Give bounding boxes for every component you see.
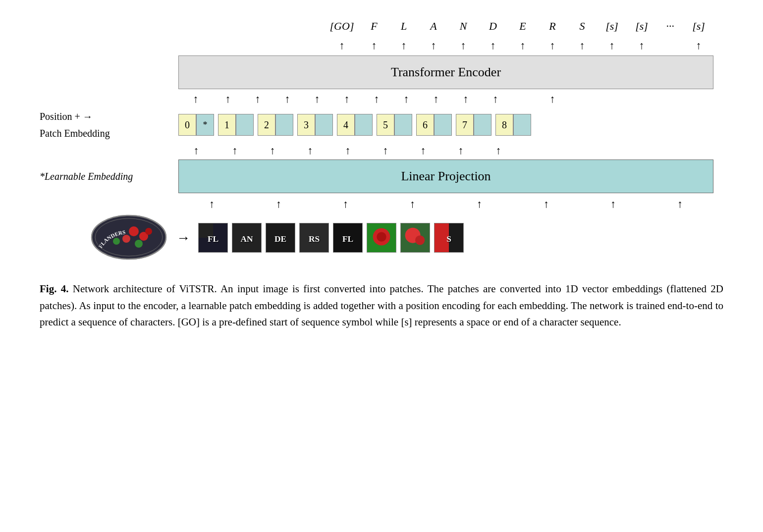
arrow4-3: ↑ (329, 198, 363, 211)
arrow4-5: ↑ (463, 198, 496, 211)
patch-cell-6: 6 (416, 114, 452, 136)
caption-text: Network architecture of ViTSTR. An input… (40, 283, 723, 328)
patch-cell-1: 1 (218, 114, 254, 136)
svg-point-26 (415, 235, 425, 245)
arrow3-1: ↑ (218, 144, 252, 157)
svg-point-6 (145, 228, 152, 235)
patch-cell-8: 8 (495, 114, 531, 136)
position-label: Position + → (40, 109, 93, 124)
output-tokens-row: [GO] F L A N D E R S [s] [s] ··· [s] (40, 20, 723, 33)
main-image: FLANDERS (89, 214, 168, 261)
cell-teal-3 (315, 114, 333, 136)
embedding-row: Position + → Patch Embedding 0 * 1 2 (40, 109, 723, 141)
patch-img-2: DE (266, 223, 295, 253)
arrow3-0: ↑ (178, 144, 214, 157)
arrow-r (538, 39, 567, 52)
patch-cell-7: 7 (456, 114, 491, 136)
patch-img-5 (367, 223, 396, 253)
token-d: D (478, 20, 508, 33)
cell-yellow-1: 1 (218, 114, 236, 136)
patch-cell-2: 2 (258, 114, 293, 136)
svg-text:AN: AN (240, 233, 253, 243)
arrow2-s1 (451, 93, 481, 106)
cell-yellow-7: 7 (456, 114, 474, 136)
arrow-right-to-patches: → (176, 230, 190, 246)
arrow2-go (178, 93, 213, 106)
arrow-a (419, 39, 448, 52)
arrows-row4-cells: ↑ ↑ ↑ ↑ ↑ ↑ ↑ ↑ (178, 198, 713, 211)
arrow2-e (362, 93, 391, 106)
cell-yellow-6: 6 (416, 114, 434, 136)
diagram-area: [GO] F L A N D E R S [s] [s] ··· [s] Tra… (40, 20, 723, 261)
cell-yellow-5: 5 (377, 114, 394, 136)
arrow3-3: ↑ (293, 144, 327, 157)
token-r: R (538, 20, 567, 33)
token-sn: [s] (684, 20, 713, 33)
transformer-label: Transformer Encoder (391, 65, 501, 79)
cell-yellow-4: 4 (337, 114, 355, 136)
patch-cell-4: 4 (337, 114, 373, 136)
token-n: N (448, 20, 478, 33)
token-s: S (567, 20, 597, 33)
token-go: [GO] (325, 20, 359, 33)
embedding-labels: Position + → Patch Embedding (40, 109, 178, 141)
arrow2-a (272, 93, 302, 106)
arrow-go (325, 39, 359, 52)
arrow4-6: ↑ (530, 198, 563, 211)
arrow-d (478, 39, 508, 52)
cell-yellow-3: 3 (297, 114, 315, 136)
svg-text:RS: RS (309, 233, 320, 243)
arrow3-4: ↑ (331, 144, 365, 157)
transformer-encoder-box: Transformer Encoder (178, 55, 713, 89)
svg-text:FL: FL (342, 233, 353, 243)
arrow2-sn (538, 93, 567, 106)
arrow2-l (243, 93, 272, 106)
patch-cell-5: 5 (377, 114, 412, 136)
arrow2-f (213, 93, 243, 106)
patch-img-1: AN (232, 223, 262, 253)
arrow-e (508, 39, 538, 52)
linear-projection-box: Linear Projection (178, 160, 713, 193)
token-ellipsis: ··· (656, 20, 684, 33)
arrow2-n (302, 93, 332, 106)
patch-img-6 (400, 223, 430, 253)
svg-point-5 (135, 240, 143, 248)
svg-point-4 (113, 238, 120, 245)
arrow4-4: ↑ (396, 198, 430, 211)
cell-teal-7 (474, 114, 491, 136)
arrow4-8: ↑ (663, 198, 697, 211)
patch-img-4: FL (333, 223, 363, 253)
learnable-label: *Learnable Embedding (40, 171, 178, 182)
arrow-s1 (597, 39, 627, 52)
arrow-l (389, 39, 419, 52)
flanders-image-svg: FLANDERS (89, 214, 168, 261)
patch-img-3: RS (299, 223, 329, 253)
patch-cell-3: 3 (297, 114, 333, 136)
svg-text:DE: DE (274, 233, 286, 243)
arrow2-s2 (481, 93, 510, 106)
arrow3-8: ↑ (482, 144, 515, 157)
cell-teal-2 (275, 114, 293, 136)
arrow4-7: ↑ (597, 198, 630, 211)
caption: Fig. 4. Network architecture of ViTSTR. … (40, 281, 723, 331)
arrow-f (359, 39, 389, 52)
cell-yellow-2: 2 (258, 114, 275, 136)
svg-point-1 (129, 226, 139, 236)
arrow2-d (332, 93, 362, 106)
arrows-row3: ↑ ↑ ↑ ↑ ↑ ↑ ↑ ↑ ↑ (40, 142, 723, 160)
cell-teal-1 (236, 114, 254, 136)
arrow-sn (684, 39, 713, 52)
patch-img-0: FL (198, 223, 228, 253)
arrows-from-transformer (40, 37, 723, 54)
patch-embedding-label: Patch Embedding (40, 128, 110, 139)
arrow4-1: ↑ (195, 198, 229, 211)
patch-tokens: 0 * 1 2 3 4 (178, 114, 713, 136)
cell-teal-5 (394, 114, 412, 136)
token-s2: [s] (627, 20, 656, 33)
cell-yellow-0: 0 (178, 114, 196, 136)
arrow3-6: ↑ (406, 144, 440, 157)
fig-label: Fig. 4. (40, 283, 68, 295)
token-f: F (359, 20, 389, 33)
cell-yellow-8: 8 (495, 114, 513, 136)
learnable-row: *Learnable Embedding Linear Projection (40, 160, 723, 193)
